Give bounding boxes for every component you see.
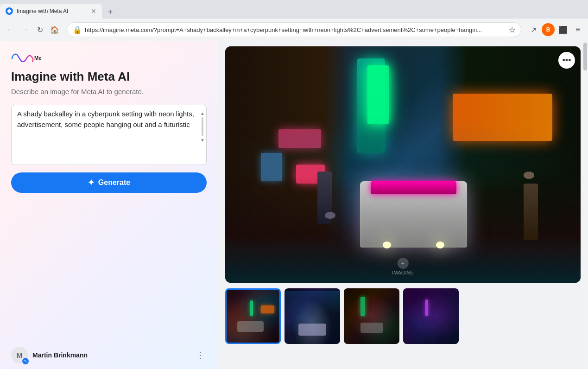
- bookmark-icon[interactable]: ☆: [509, 25, 515, 34]
- brave-shield-button[interactable]: B: [542, 23, 555, 36]
- back-button[interactable]: ←: [4, 23, 17, 36]
- browser-chrome: Imagine with Meta AI ✕ + ← → ↻ 🏠 🔒 ☆ ↗ B…: [0, 0, 588, 41]
- tab-bar: Imagine with Meta AI ✕ +: [0, 0, 588, 19]
- home-button[interactable]: 🏠: [48, 23, 61, 36]
- lock-icon: 🔒: [73, 25, 82, 34]
- browser-nav-bar: ← → ↻ 🏠 🔒 ☆ ↗ B ⬛ ≡: [0, 19, 588, 41]
- avatar-meta-icon: [22, 358, 29, 364]
- textarea-scrollbar[interactable]: ▲ ▼: [201, 109, 204, 161]
- figure-right: [524, 184, 538, 240]
- favicon-icon: [7, 9, 12, 13]
- generate-button-label: Generate: [98, 178, 130, 187]
- meta-logo: Meta: [11, 52, 207, 62]
- thumb-3-sign: [360, 297, 365, 316]
- thumb-3-neon: [344, 288, 399, 344]
- sidebar-footer: M Martin Brinkmann ⋮: [11, 341, 207, 369]
- thumb-2-glow: [285, 291, 340, 313]
- menu-button[interactable]: ≡: [571, 23, 584, 36]
- browser-action-buttons: ↗ B ⬛ ≡: [527, 23, 584, 36]
- thumb-1-neon: [227, 290, 279, 343]
- svg-text:Meta: Meta: [34, 55, 41, 61]
- thumb-4-overlay: [403, 288, 459, 344]
- thumbnail-3[interactable]: [344, 288, 399, 344]
- address-bar-input[interactable]: [85, 26, 506, 33]
- sidebar-toggle-button[interactable]: ⬛: [556, 23, 569, 36]
- reload-button[interactable]: ↻: [33, 23, 46, 36]
- scrollbar-thumb[interactable]: [583, 43, 587, 70]
- tab-close-button[interactable]: ✕: [91, 7, 96, 15]
- active-tab[interactable]: Imagine with Meta AI ✕: [0, 4, 102, 19]
- main-image-wrapper: ✦ IMAGINE •••: [225, 46, 581, 283]
- thumbnails-row: [225, 288, 581, 344]
- watermark: ✦ IMAGINE: [392, 258, 413, 275]
- thumb-4-sign: [425, 299, 428, 316]
- page-scrollbar[interactable]: [582, 41, 588, 369]
- address-bar-container[interactable]: 🔒 ☆: [67, 22, 521, 37]
- car-headlights: [360, 242, 467, 248]
- new-tab-button[interactable]: +: [104, 6, 117, 19]
- car-lights: [371, 181, 456, 195]
- user-name: Martin Brinkmann: [32, 351, 88, 359]
- sidebar: Meta Imagine with Meta AI Describe an im…: [0, 41, 218, 369]
- thumb-2-car: [298, 324, 326, 336]
- headlight-right: [436, 242, 444, 248]
- tab-title: Imagine with Meta AI: [17, 8, 87, 14]
- police-car: [360, 181, 467, 248]
- figure-right-head: [524, 172, 534, 178]
- scroll-up-arrow[interactable]: ▲: [199, 110, 206, 116]
- tab-favicon: [6, 7, 13, 15]
- thumb-1-sign2: [261, 305, 274, 313]
- sparkle-icon: ✦: [88, 178, 95, 188]
- watermark-logo: ✦: [397, 258, 408, 269]
- thumbnail-1[interactable]: [225, 288, 281, 344]
- figure-left-head: [325, 212, 335, 219]
- forward-button[interactable]: →: [19, 23, 32, 36]
- generate-button[interactable]: ✦ Generate: [11, 172, 207, 193]
- user-more-button[interactable]: ⋮: [194, 349, 207, 362]
- prompt-textarea[interactable]: [17, 109, 201, 161]
- share-button[interactable]: ↗: [527, 23, 540, 36]
- prompt-input-container[interactable]: ▲ ▼: [11, 105, 207, 165]
- thumb-3-car: [360, 323, 383, 333]
- avatar-initial: M: [17, 351, 23, 359]
- thumb-1-sign: [250, 300, 253, 316]
- page-title: Imagine with Meta AI: [11, 70, 207, 84]
- cyberpunk-scene: ✦ IMAGINE: [225, 46, 581, 283]
- main-content: ✦ IMAGINE •••: [218, 41, 588, 369]
- watermark-text: IMAGINE: [392, 270, 413, 275]
- more-options-button[interactable]: •••: [558, 52, 575, 69]
- meta-logo-svg: Meta: [11, 52, 41, 62]
- thumbnail-4[interactable]: [403, 288, 459, 344]
- scroll-down-arrow[interactable]: ▼: [199, 137, 206, 143]
- page-subtitle: Describe an image for Meta AI to generat…: [11, 88, 207, 95]
- user-info: M Martin Brinkmann: [11, 347, 88, 363]
- page-content: Meta Imagine with Meta AI Describe an im…: [0, 41, 588, 369]
- generated-image: ✦ IMAGINE: [225, 46, 581, 283]
- thumbnail-2[interactable]: [285, 288, 340, 344]
- scroll-thumb: [202, 117, 203, 136]
- headlight-left: [383, 242, 391, 248]
- avatar: M: [11, 347, 28, 363]
- sign-green: [367, 65, 389, 125]
- thumb-1-car: [237, 321, 264, 332]
